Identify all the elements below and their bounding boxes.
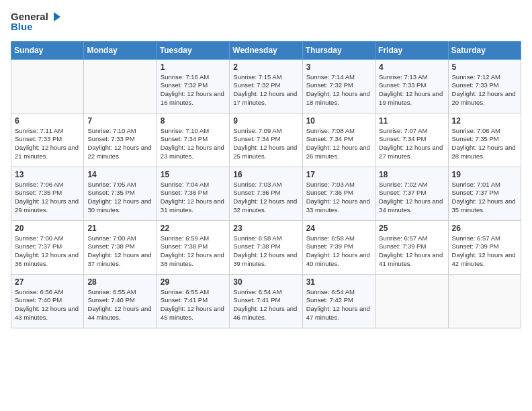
- calendar-cell: 21Sunrise: 7:00 AM Sunset: 7:38 PM Dayli…: [84, 220, 157, 274]
- calendar-cell: [11, 59, 84, 113]
- calendar-cell: 19Sunrise: 7:01 AM Sunset: 7:37 PM Dayli…: [448, 167, 521, 220]
- day-number: 31: [306, 277, 371, 287]
- logo: General Blue: [11, 11, 62, 33]
- calendar-cell: 5Sunrise: 7:12 AM Sunset: 7:33 PM Daylig…: [448, 59, 521, 113]
- calendar-cell: 26Sunrise: 6:57 AM Sunset: 7:39 PM Dayli…: [448, 220, 521, 274]
- calendar-cell: 30Sunrise: 6:54 AM Sunset: 7:41 PM Dayli…: [230, 274, 302, 328]
- day-number: 27: [15, 277, 80, 287]
- calendar-cell: 28Sunrise: 6:55 AM Sunset: 7:40 PM Dayli…: [84, 274, 157, 328]
- cell-info: Sunrise: 7:11 AM Sunset: 7:33 PM Dayligh…: [15, 127, 80, 161]
- calendar-cell: 11Sunrise: 7:07 AM Sunset: 7:34 PM Dayli…: [375, 113, 448, 167]
- day-number: 25: [379, 224, 444, 233]
- calendar-week-3: 13Sunrise: 7:06 AM Sunset: 7:35 PM Dayli…: [11, 167, 521, 220]
- day-number: 3: [306, 62, 371, 72]
- cell-info: Sunrise: 7:08 AM Sunset: 7:34 PM Dayligh…: [306, 127, 371, 161]
- calendar-cell: 15Sunrise: 7:04 AM Sunset: 7:36 PM Dayli…: [157, 167, 229, 220]
- day-number: 1: [161, 62, 226, 72]
- calendar-cell: 7Sunrise: 7:10 AM Sunset: 7:33 PM Daylig…: [84, 113, 157, 167]
- day-number: 16: [233, 170, 298, 179]
- svg-marker-0: [54, 12, 60, 21]
- day-number: 2: [233, 62, 298, 72]
- cell-info: Sunrise: 7:01 AM Sunset: 7:37 PM Dayligh…: [452, 181, 517, 215]
- day-number: 24: [306, 224, 371, 233]
- cell-info: Sunrise: 7:15 AM Sunset: 7:32 PM Dayligh…: [233, 73, 298, 107]
- calendar-cell: 16Sunrise: 7:03 AM Sunset: 7:36 PM Dayli…: [230, 167, 302, 220]
- header-thursday: Thursday: [302, 41, 375, 59]
- day-number: 6: [15, 116, 80, 126]
- calendar-table: SundayMondayTuesdayWednesdayThursdayFrid…: [11, 41, 521, 328]
- calendar-cell: 10Sunrise: 7:08 AM Sunset: 7:34 PM Dayli…: [302, 113, 375, 167]
- calendar-cell: [84, 59, 157, 113]
- day-number: 21: [87, 224, 152, 233]
- day-number: 26: [452, 224, 517, 233]
- calendar-week-2: 6Sunrise: 7:11 AM Sunset: 7:33 PM Daylig…: [11, 113, 521, 167]
- cell-info: Sunrise: 6:54 AM Sunset: 7:41 PM Dayligh…: [233, 288, 298, 322]
- header-wednesday: Wednesday: [230, 41, 302, 59]
- day-number: 7: [87, 116, 152, 126]
- cell-info: Sunrise: 6:57 AM Sunset: 7:39 PM Dayligh…: [379, 234, 444, 269]
- day-number: 5: [452, 62, 517, 72]
- calendar-cell: 12Sunrise: 7:06 AM Sunset: 7:35 PM Dayli…: [448, 113, 521, 167]
- day-number: 11: [379, 116, 444, 126]
- cell-info: Sunrise: 6:58 AM Sunset: 7:39 PM Dayligh…: [306, 234, 371, 269]
- calendar-cell: 4Sunrise: 7:13 AM Sunset: 7:33 PM Daylig…: [375, 59, 448, 113]
- header-friday: Friday: [375, 41, 448, 59]
- cell-info: Sunrise: 6:58 AM Sunset: 7:38 PM Dayligh…: [233, 234, 298, 269]
- calendar-cell: [448, 274, 521, 328]
- day-number: 22: [161, 224, 226, 233]
- cell-info: Sunrise: 7:03 AM Sunset: 7:36 PM Dayligh…: [306, 181, 371, 215]
- day-number: 13: [15, 170, 80, 179]
- calendar-cell: 20Sunrise: 7:00 AM Sunset: 7:37 PM Dayli…: [11, 220, 84, 274]
- day-number: 10: [306, 116, 371, 126]
- calendar-header-row: SundayMondayTuesdayWednesdayThursdayFrid…: [11, 41, 521, 59]
- day-number: 14: [87, 170, 152, 179]
- calendar-cell: 22Sunrise: 6:59 AM Sunset: 7:38 PM Dayli…: [157, 220, 229, 274]
- calendar-cell: 23Sunrise: 6:58 AM Sunset: 7:38 PM Dayli…: [230, 220, 302, 274]
- day-number: 18: [379, 170, 444, 179]
- cell-info: Sunrise: 7:00 AM Sunset: 7:38 PM Dayligh…: [87, 234, 152, 269]
- calendar-cell: 14Sunrise: 7:05 AM Sunset: 7:35 PM Dayli…: [84, 167, 157, 220]
- day-number: 20: [15, 224, 80, 233]
- day-number: 9: [233, 116, 298, 126]
- day-number: 4: [379, 62, 444, 72]
- calendar-cell: 9Sunrise: 7:09 AM Sunset: 7:34 PM Daylig…: [230, 113, 302, 167]
- page-header: General Blue: [11, 11, 521, 33]
- day-number: 29: [161, 277, 226, 287]
- header-tuesday: Tuesday: [157, 41, 229, 59]
- cell-info: Sunrise: 7:10 AM Sunset: 7:34 PM Dayligh…: [161, 127, 226, 161]
- calendar-week-1: 1Sunrise: 7:16 AM Sunset: 7:32 PM Daylig…: [11, 59, 521, 113]
- calendar-cell: 2Sunrise: 7:15 AM Sunset: 7:32 PM Daylig…: [230, 59, 302, 113]
- cell-info: Sunrise: 7:07 AM Sunset: 7:34 PM Dayligh…: [379, 127, 444, 161]
- calendar-cell: 29Sunrise: 6:55 AM Sunset: 7:41 PM Dayli…: [157, 274, 229, 328]
- calendar-cell: 18Sunrise: 7:02 AM Sunset: 7:37 PM Dayli…: [375, 167, 448, 220]
- cell-info: Sunrise: 7:05 AM Sunset: 7:35 PM Dayligh…: [87, 181, 152, 215]
- cell-info: Sunrise: 7:16 AM Sunset: 7:32 PM Dayligh…: [161, 73, 226, 107]
- calendar-week-4: 20Sunrise: 7:00 AM Sunset: 7:37 PM Dayli…: [11, 220, 521, 274]
- header-monday: Monday: [84, 41, 157, 59]
- calendar-cell: 13Sunrise: 7:06 AM Sunset: 7:35 PM Dayli…: [11, 167, 84, 220]
- cell-info: Sunrise: 7:13 AM Sunset: 7:33 PM Dayligh…: [379, 73, 444, 107]
- cell-info: Sunrise: 7:14 AM Sunset: 7:32 PM Dayligh…: [306, 73, 371, 107]
- calendar-cell: [375, 274, 448, 328]
- cell-info: Sunrise: 7:12 AM Sunset: 7:33 PM Dayligh…: [452, 73, 517, 107]
- cell-info: Sunrise: 6:54 AM Sunset: 7:42 PM Dayligh…: [306, 288, 371, 322]
- header-saturday: Saturday: [448, 41, 521, 59]
- cell-info: Sunrise: 7:10 AM Sunset: 7:33 PM Dayligh…: [87, 127, 152, 161]
- cell-info: Sunrise: 6:55 AM Sunset: 7:40 PM Dayligh…: [87, 288, 152, 322]
- calendar-cell: 17Sunrise: 7:03 AM Sunset: 7:36 PM Dayli…: [302, 167, 375, 220]
- cell-info: Sunrise: 6:57 AM Sunset: 7:39 PM Dayligh…: [452, 234, 517, 269]
- calendar-cell: 8Sunrise: 7:10 AM Sunset: 7:34 PM Daylig…: [157, 113, 229, 167]
- cell-info: Sunrise: 7:06 AM Sunset: 7:35 PM Dayligh…: [15, 181, 80, 215]
- logo-blue: Blue: [11, 21, 62, 33]
- calendar-cell: 3Sunrise: 7:14 AM Sunset: 7:32 PM Daylig…: [302, 59, 375, 113]
- day-number: 12: [452, 116, 517, 126]
- header-sunday: Sunday: [11, 41, 84, 59]
- cell-info: Sunrise: 6:56 AM Sunset: 7:40 PM Dayligh…: [15, 288, 80, 322]
- cell-info: Sunrise: 6:55 AM Sunset: 7:41 PM Dayligh…: [161, 288, 226, 322]
- cell-info: Sunrise: 7:06 AM Sunset: 7:35 PM Dayligh…: [452, 127, 517, 161]
- logo-text: General Blue: [11, 11, 62, 33]
- cell-info: Sunrise: 7:09 AM Sunset: 7:34 PM Dayligh…: [233, 127, 298, 161]
- day-number: 19: [452, 170, 517, 179]
- day-number: 30: [233, 277, 298, 287]
- cell-info: Sunrise: 7:00 AM Sunset: 7:37 PM Dayligh…: [15, 234, 80, 269]
